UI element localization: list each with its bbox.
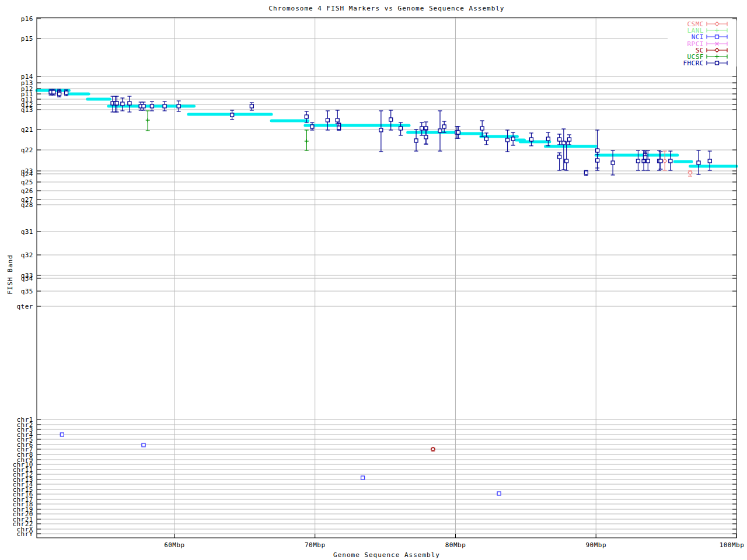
data-point-fhcrc (636, 159, 640, 163)
data-point-fhcrc (121, 102, 124, 106)
data-point-fhcrc (646, 159, 650, 163)
data-point-fhcrc (379, 128, 383, 132)
x-tick-label-90Mbp: 90Mbp (585, 541, 606, 549)
data-point-fhcrc (337, 126, 341, 130)
data-point-fhcrc (438, 129, 442, 132)
data-point-fhcrc (389, 118, 393, 121)
data-point-fhcrc (150, 104, 153, 108)
data-point-fhcrc (420, 127, 424, 130)
data-point-fhcrc (424, 135, 428, 139)
y-tick-label-p15: p15 (21, 35, 33, 43)
data-point-nci (142, 443, 145, 447)
data-point-fhcrc (58, 92, 61, 96)
data-point-fhcrc (611, 161, 615, 164)
data-point-fhcrc (565, 159, 568, 163)
data-point-fhcrc (399, 127, 403, 130)
data-point-fhcrc (567, 138, 571, 141)
y-tick-label-q24: q24 (21, 170, 33, 178)
y-tick-label-q26: q26 (21, 187, 33, 195)
data-point-fhcrc (305, 115, 308, 118)
data-point-fhcrc (558, 155, 561, 159)
data-point-nci (361, 476, 365, 480)
data-point-fhcrc (659, 159, 662, 163)
data-point-fhcrc (115, 102, 118, 105)
y-tick-label-q35: q35 (21, 288, 33, 295)
data-point-fhcrc (231, 113, 234, 117)
data-point-fhcrc (326, 118, 329, 122)
data-point-fhcrc (65, 91, 68, 94)
data-point-fhcrc (336, 118, 339, 122)
y-tick-label-chrY: chrY (17, 530, 34, 538)
y-tick-label-q31: q31 (21, 228, 33, 236)
data-point-fhcrc (558, 138, 561, 141)
y-tick-label-p16: p16 (21, 15, 33, 23)
y-tick-label-q22: q22 (21, 146, 33, 154)
data-point-fhcrc (511, 137, 515, 141)
legend-marker-nci (715, 35, 719, 38)
data-point-nci (60, 433, 64, 436)
legend-marker-fhcrc (715, 61, 719, 65)
data-point-fhcrc (546, 137, 550, 141)
x-tick-label-80Mbp: 80Mbp (445, 541, 466, 549)
data-point-fhcrc (480, 127, 484, 130)
data-point-fhcrc (250, 104, 253, 108)
data-point-fhcrc (142, 104, 145, 108)
y-tick-label-q34: q34 (21, 275, 33, 282)
y-axis-label: FISH Band (6, 243, 14, 307)
chart-title: Chromosome 4 FISH Markers vs Genome Sequ… (37, 5, 736, 12)
data-point-fhcrc (596, 149, 599, 152)
data-point-csmc (663, 159, 667, 163)
legend-label-fhcrc: FHCRC (683, 60, 704, 67)
data-point-fhcrc (310, 125, 314, 128)
data-point-fhcrc (177, 104, 180, 108)
data-point-fhcrc (644, 156, 647, 159)
x-axis-label: Genome Sequence Assembly (37, 551, 736, 559)
data-point-fhcrc (456, 131, 460, 134)
data-point-fhcrc (596, 159, 599, 162)
data-point-fhcrc (442, 125, 446, 128)
y-tick-label-q25: q25 (21, 178, 33, 186)
data-point-fhcrc (506, 138, 509, 142)
data-point-fhcrc (163, 104, 166, 108)
x-tick-label-60Mbp: 60Mbp (164, 541, 185, 549)
y-tick-label-q21: q21 (21, 126, 33, 134)
chart-figure: p16p15p14p13p12p11q11q12q13q21q22q23q24q… (0, 0, 747, 560)
data-point-fhcrc (484, 137, 488, 141)
y-tick-label-qter: qter (17, 303, 34, 310)
plot-canvas: p16p15p14p13p12p11q11q12q13q21q22q23q24q… (0, 0, 747, 560)
data-point-fhcrc (529, 138, 533, 141)
data-point-fhcrc (584, 171, 588, 174)
data-point-fhcrc (414, 139, 418, 142)
data-point-fhcrc (697, 161, 700, 164)
data-point-nci (497, 492, 501, 495)
x-tick-label-70Mbp: 70Mbp (305, 541, 326, 549)
x-tick-label-100Mbp: 100Mbp (720, 541, 745, 549)
y-tick-label-q13: q13 (21, 106, 33, 114)
y-tick-label-q32: q32 (21, 251, 33, 259)
data-point-fhcrc (52, 90, 55, 94)
data-point-fhcrc (708, 159, 711, 163)
data-point-fhcrc (669, 159, 672, 163)
data-point-fhcrc (128, 102, 131, 105)
y-tick-label-q28: q28 (21, 201, 33, 209)
